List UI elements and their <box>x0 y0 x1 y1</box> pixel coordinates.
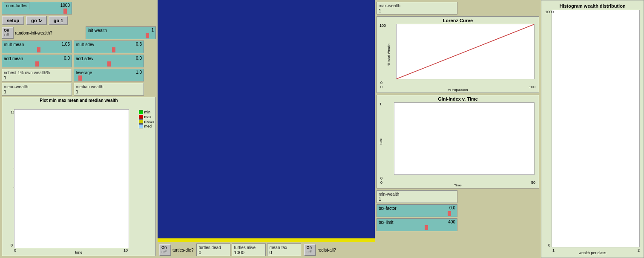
mult-mean-track <box>4 48 70 52</box>
add-sdev-value: 0.0 <box>136 56 142 61</box>
left-panel: num-turtles 1000 setup go ↻ go 1 On Off … <box>0 0 158 258</box>
turtles-die-toggle[interactable]: On Off <box>159 244 171 256</box>
tax-factor-value: 0.0 <box>449 206 455 210</box>
mult-sdev-value: 0.3 <box>136 42 142 46</box>
num-turtles-slider[interactable]: num-turtles 1000 <box>2 2 72 14</box>
gini-x-max: 50 <box>531 180 535 185</box>
add-mean-thumb <box>35 61 39 67</box>
leverage-slider[interactable]: leverage 1.0 <box>74 69 144 81</box>
hist-x-max: 2 <box>638 248 640 252</box>
mean-tax-label: mean-tax <box>269 245 287 250</box>
gini-chart: Gini-Index v. Time 1 0 0 50 Gini Time <box>377 95 539 188</box>
bottom-controls: On Off turtles-die? turtles dead 0 turtl… <box>158 242 375 258</box>
mean-color-swatch <box>139 119 143 124</box>
wealth-plot: Plot min max mean and median wealth min … <box>2 97 156 256</box>
add-row: add-mean 0.0 add-sdev 0.0 <box>2 55 156 67</box>
lorenz-title: Lorenz Curve <box>377 17 539 24</box>
richest-label: richest 1% own wealth% <box>4 70 50 75</box>
hist-canvas <box>552 10 640 247</box>
mult-sdev-label: mult-sdev <box>76 42 94 47</box>
add-sdev-slider[interactable]: add-sdev 0.0 <box>74 55 144 67</box>
legend-med: med <box>139 124 154 128</box>
num-turtles-thumb <box>63 9 67 14</box>
center-panel: On Off turtles-die? turtles dead 0 turtl… <box>158 0 375 258</box>
gini-title: Gini-Index v. Time <box>377 95 539 102</box>
min-wealth-label: min-wealth <box>379 192 399 197</box>
turtles-die-off: Off <box>161 250 169 255</box>
turtles-dead-label: turtles dead <box>198 245 221 250</box>
histogram-panel: Histogram wealth distribution # turtles … <box>541 0 644 258</box>
hist-y-max: 1000 <box>545 10 554 14</box>
redist-on: On <box>306 245 314 250</box>
lorenz-svg <box>397 24 534 79</box>
mean-tax-box: mean-tax 0 <box>267 244 301 256</box>
num-turtles-track <box>4 9 70 13</box>
turtles-die-label: turtles-die? <box>172 248 193 252</box>
right-panel: max-wealth 1 Lorenz Curve 100 0 0 100 % … <box>375 0 541 258</box>
tax-factor-track <box>379 212 455 216</box>
redist-all-toggle[interactable]: On Off <box>304 244 316 256</box>
legend-mean: mean <box>139 119 154 124</box>
y-min-tick: 0 <box>11 243 13 247</box>
richest-value: 1 <box>4 75 70 80</box>
tax-factor-label: tax-factor <box>379 206 397 211</box>
gini-inner <box>394 102 535 175</box>
x-min-tick: 0 <box>14 248 16 252</box>
lorenz-x-label: % Population <box>448 88 468 92</box>
lorenz-y-max: 100 <box>380 23 386 28</box>
tax-limit-thumb <box>425 225 428 230</box>
init-wealth-thumb <box>146 33 149 38</box>
bottom-right-controls: min-wealth 1 tax-factor 0.0 tax-limit 40… <box>377 190 539 231</box>
mult-sdev-slider[interactable]: mult-sdev 0.3 <box>74 41 144 53</box>
tax-limit-slider[interactable]: tax-limit 400 <box>377 218 457 231</box>
go1-button[interactable]: go 1 <box>49 16 69 25</box>
go-button[interactable]: go ↻ <box>26 16 46 25</box>
tax-limit-label: tax-limit <box>379 220 393 225</box>
mean-tax-value: 0 <box>269 250 299 255</box>
setup-button[interactable]: setup <box>2 16 24 25</box>
tax-factor-slider[interactable]: tax-factor 0.0 <box>377 204 457 217</box>
mult-sdev-track <box>76 48 142 52</box>
add-mean-value: 0.0 <box>64 56 70 61</box>
richest-box: richest 1% own wealth% 1 <box>2 69 72 81</box>
random-init-toggle[interactable]: On Off <box>2 27 14 39</box>
turtles-die-on: On <box>161 245 169 250</box>
hist-y-min: 0 <box>548 243 550 247</box>
add-sdev-thumb <box>107 61 111 67</box>
max-wealth-label: max-wealth <box>379 3 400 8</box>
hist-x-label: wealth per class <box>579 251 607 255</box>
legend-med-label: med <box>144 124 152 128</box>
legend-mean-label: mean <box>144 119 154 124</box>
legend-max: max <box>139 115 154 119</box>
random-init-label: random-init-wealth? <box>15 31 52 35</box>
max-wealth-value: 1 <box>379 8 455 13</box>
add-mean-slider[interactable]: add-mean 0.0 <box>2 55 72 67</box>
init-wealth-slider[interactable]: init-wealth 1 <box>86 26 156 39</box>
legend: min max mean med <box>139 110 154 129</box>
leverage-value: 1.0 <box>136 70 142 75</box>
num-turtles-value: 1000 <box>60 3 70 8</box>
max-wealth-box: max-wealth 1 <box>377 2 457 14</box>
add-mean-track <box>4 62 70 66</box>
init-wealth-label: init-wealth <box>88 28 107 33</box>
mult-mean-label: mult-mean <box>4 42 24 47</box>
hist-x-min: 1 <box>552 248 555 252</box>
tax-limit-value: 400 <box>448 220 455 224</box>
buttons-row: setup go ↻ go 1 <box>2 16 156 25</box>
mult-mean-value: 1.05 <box>62 42 70 46</box>
mult-row: mult-mean 1.05 mult-sdev 0.3 <box>2 41 156 53</box>
med-color-swatch <box>139 124 143 128</box>
add-sdev-label: add-sdev <box>76 56 93 61</box>
gini-y-max: 1 <box>380 102 382 106</box>
init-wealth-value: 1 <box>151 28 154 32</box>
num-turtles-label: num-turtles <box>4 2 29 9</box>
leverage-label: leverage <box>76 70 92 75</box>
lorenz-inner <box>396 24 535 79</box>
gini-x-label: Time <box>454 183 461 187</box>
refresh-icon: ↻ <box>38 18 42 23</box>
mult-mean-slider[interactable]: mult-mean 1.05 <box>2 41 72 53</box>
legend-min: min <box>139 110 154 114</box>
add-mean-label: add-mean <box>4 56 23 61</box>
turtles-alive-label: turtles alive <box>234 245 256 250</box>
richest-leverage-row: richest 1% own wealth% 1 leverage 1.0 <box>2 69 156 81</box>
